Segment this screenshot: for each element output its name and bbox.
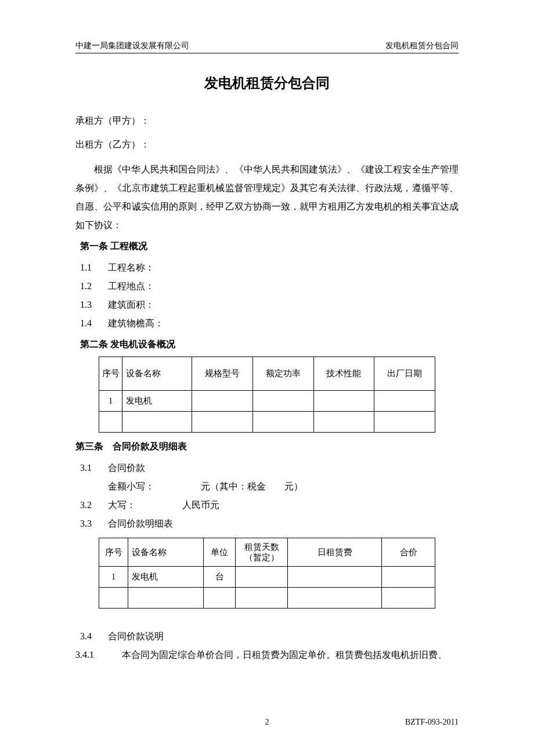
item-1-2: 1.2 工程地点： <box>75 277 459 296</box>
item-3-1-sub: 金额小写： 元（其中：税金 元） <box>75 477 459 496</box>
td-seq <box>99 587 128 608</box>
item-3-4-1: 3.4.1 本合同为固定综合单价合同，日租赁费为固定单价。租赁费包括发电机折旧费… <box>75 646 459 664</box>
item-label: 合同价款明细表 <box>108 514 173 533</box>
th-power: 额定功率 <box>252 357 313 390</box>
item-1-4: 1.4 建筑物檐高： <box>75 314 459 333</box>
td-date <box>374 390 435 411</box>
td-name <box>128 587 204 608</box>
td-name <box>122 411 192 432</box>
item-1-3: 1.3 建筑面积： <box>75 296 459 314</box>
table-row: 1 发电机 台 <box>99 566 435 587</box>
item-3-4: 3.4 合同价款说明 <box>75 627 459 646</box>
item-3-3: 3.3 合同价款明细表 <box>75 514 459 533</box>
table-row: 1 发电机 <box>99 390 435 411</box>
td-seq: 1 <box>99 566 128 587</box>
th-name: 设备名称 <box>122 357 192 390</box>
item-label: 建筑面积： <box>108 296 154 314</box>
item-number: 3.3 <box>80 514 108 533</box>
td-seq: 1 <box>99 390 122 411</box>
item-number: 3.1 <box>80 459 108 477</box>
page-footer: 2 BZTF-093-2011 <box>75 718 459 727</box>
header-right: 发电机租赁分包合同 <box>385 41 459 51</box>
document-title: 发电机租赁分包合同 <box>75 74 459 92</box>
price-table: 序号 设备名称 单位 租赁天数 （暂定） 日租赁费 合价 1 发电机 台 <box>99 538 435 609</box>
td-perf <box>313 390 374 411</box>
td-days <box>236 566 288 587</box>
party-a-line: 承租方（甲方）： <box>75 113 459 129</box>
equipment-table: 序号 设备名称 规格型号 额定功率 技术性能 出厂日期 1 发电机 <box>99 357 435 433</box>
doc-code: BZTF-093-2011 <box>405 718 459 727</box>
td-power <box>252 390 313 411</box>
item-number: 1.3 <box>80 296 108 314</box>
item-label: 建筑物檐高： <box>108 314 164 333</box>
th-perf: 技术性能 <box>313 357 374 390</box>
table-header-row: 序号 设备名称 单位 租赁天数 （暂定） 日租赁费 合价 <box>99 538 435 566</box>
td-dayfee <box>288 566 382 587</box>
item-number: 3.2 <box>80 496 108 514</box>
th-dayfee: 日租赁费 <box>288 538 382 566</box>
item-number: 3.4 <box>80 627 108 646</box>
td-model <box>192 411 253 432</box>
th-seq: 序号 <box>99 357 122 390</box>
td-unit: 台 <box>204 566 236 587</box>
td-date <box>374 411 435 432</box>
header-left: 中建一局集团建设发展有限公司 <box>75 41 189 51</box>
td-model <box>192 390 253 411</box>
th-unit: 单位 <box>204 538 236 566</box>
td-perf <box>313 411 374 432</box>
item-label: 大写： 人民币元 <box>108 496 219 514</box>
item-number: 1.2 <box>80 277 108 296</box>
item-number: 1.1 <box>80 258 108 277</box>
item-text: 本合同为固定综合单价合同，日租赁费为固定单价。租赁费包括发电机折旧费、 <box>122 646 459 664</box>
intro-paragraph: 根据《中华人民共和国合同法》、《中华人民共和国建筑法》、《建设工程安全生产管理条… <box>75 160 459 235</box>
item-label: 工程地点： <box>108 277 154 296</box>
td-total <box>382 587 435 608</box>
table-row <box>99 587 435 608</box>
th-seq: 序号 <box>99 538 128 566</box>
item-label: 合同价款说明 <box>108 627 164 646</box>
page-header: 中建一局集团建设发展有限公司 发电机租赁分包合同 <box>75 41 459 53</box>
table-row <box>99 411 435 432</box>
th-model: 规格型号 <box>192 357 253 390</box>
item-3-2: 3.2 大写： 人民币元 <box>75 496 459 514</box>
article-1-heading: 第一条 工程概况 <box>75 240 459 253</box>
td-name: 发电机 <box>122 390 192 411</box>
th-date: 出厂日期 <box>374 357 435 390</box>
item-number: 1.4 <box>80 314 108 333</box>
td-unit <box>204 587 236 608</box>
td-name: 发电机 <box>128 566 204 587</box>
item-3-1: 3.1 合同价款 <box>75 459 459 477</box>
article-2-heading: 第二条 发电机设备概况 <box>75 339 459 351</box>
th-total: 合价 <box>382 538 435 566</box>
td-total <box>382 566 435 587</box>
td-power <box>252 411 313 432</box>
item-number: 3.4.1 <box>75 646 122 664</box>
item-label: 合同价款 <box>108 459 145 477</box>
article-3-heading: 第三条 合同价款及明细表 <box>75 441 459 453</box>
th-days: 租赁天数 （暂定） <box>236 538 288 566</box>
td-seq <box>99 411 122 432</box>
td-dayfee <box>288 587 382 608</box>
td-days <box>236 587 288 608</box>
page-number: 2 <box>265 718 269 727</box>
th-name: 设备名称 <box>128 538 204 566</box>
item-label: 工程名称： <box>108 258 154 277</box>
party-b-line: 出租方（乙方）： <box>75 136 459 153</box>
table-header-row: 序号 设备名称 规格型号 额定功率 技术性能 出厂日期 <box>99 357 435 390</box>
item-1-1: 1.1 工程名称： <box>75 258 459 277</box>
